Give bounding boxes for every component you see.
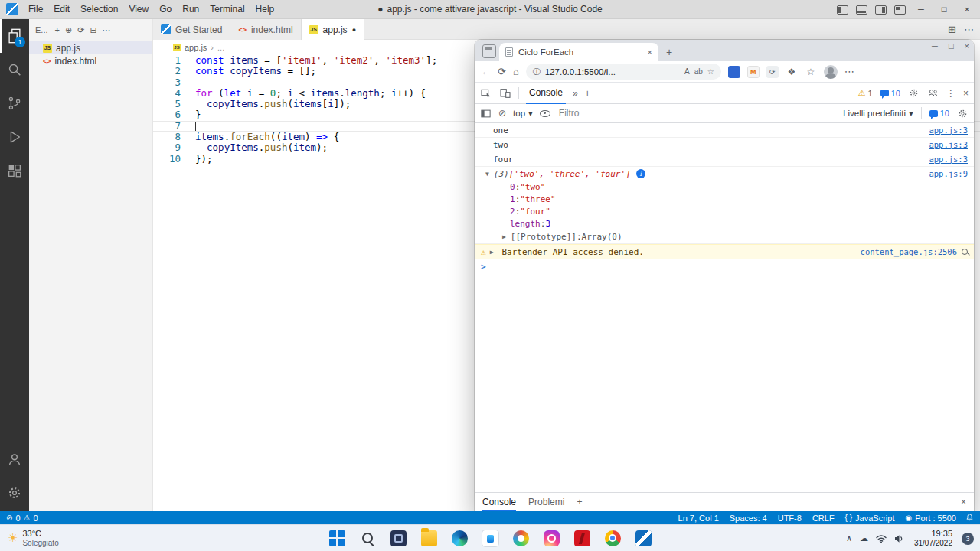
- status-indentation[interactable]: Spaces: 4: [730, 514, 767, 523]
- drawer-close-icon[interactable]: ×: [961, 497, 966, 507]
- extension-icon-blue[interactable]: [728, 66, 740, 78]
- taskbar-app-netflix[interactable]: [573, 527, 591, 549]
- magnifier-icon[interactable]: [962, 249, 968, 255]
- menu-help[interactable]: Help: [250, 0, 280, 18]
- editor-tab-index.html[interactable]: <>index.html: [230, 19, 301, 40]
- source-link[interactable]: app.js:3: [929, 126, 968, 135]
- sidebar-item-source-control[interactable]: [0, 86, 29, 120]
- devtools-settings-icon[interactable]: [908, 87, 920, 99]
- tab-actions-icon[interactable]: [482, 44, 496, 58]
- editor-more-icon[interactable]: ⋯: [964, 24, 974, 35]
- url-text[interactable]: 127.0.0.1:5500/i...: [545, 67, 680, 77]
- source-link[interactable]: app.js:3: [929, 155, 968, 164]
- tab-close-icon[interactable]: ×: [648, 47, 652, 57]
- status-eol[interactable]: CRLF: [812, 514, 835, 523]
- menu-edit[interactable]: Edit: [48, 0, 75, 18]
- collapse-all-icon[interactable]: ⊟: [90, 24, 96, 35]
- taskbar-app-chrome[interactable]: [603, 527, 622, 549]
- new-folder-icon[interactable]: ⊕: [65, 24, 72, 35]
- taskbar-app-windows-start[interactable]: [328, 527, 346, 549]
- clear-console-icon[interactable]: ⊘: [498, 108, 506, 119]
- notifications-bell-icon[interactable]: [965, 513, 974, 523]
- weather-widget[interactable]: ☀ 33°C Soleggiato: [0, 529, 130, 547]
- extension-icon-m[interactable]: M: [747, 66, 760, 78]
- problems-errors[interactable]: ⊘ 0 ⚠ 0: [6, 514, 38, 523]
- read-aloud-icon[interactable]: A: [684, 67, 690, 76]
- split-editor-icon[interactable]: ⊞: [948, 24, 956, 35]
- context-selector[interactable]: top ▾: [513, 108, 533, 119]
- taskbar-clock[interactable]: 19:35 31/07/2022: [914, 529, 952, 548]
- customize-layout-icon[interactable]: [894, 5, 906, 15]
- breadcrumb-symbol[interactable]: ...: [217, 43, 224, 52]
- home-icon[interactable]: ⌂: [513, 66, 519, 77]
- file-item-app.js[interactable]: JSapp.js: [29, 41, 152, 54]
- tab-console[interactable]: Console: [526, 83, 566, 104]
- messages-badge[interactable]: 10: [929, 109, 949, 118]
- sidebar-item-extensions[interactable]: [0, 154, 29, 187]
- taskbar-app-edge[interactable]: [450, 527, 469, 549]
- status-cursor-position[interactable]: Ln 7, Col 1: [678, 514, 719, 523]
- add-favorite-icon[interactable]: ☆: [707, 67, 714, 76]
- profile-avatar[interactable]: [824, 65, 838, 79]
- new-tab-button[interactable]: +: [666, 46, 672, 58]
- taskbar-app-photos[interactable]: [511, 527, 530, 549]
- menu-file[interactable]: File: [23, 0, 48, 18]
- source-link[interactable]: app.js:9: [929, 169, 968, 178]
- new-file-icon[interactable]: +: [55, 24, 60, 35]
- status-encoding[interactable]: UTF-8: [778, 514, 802, 523]
- explorer-more-icon[interactable]: ⋯: [103, 24, 111, 35]
- breadcrumb-file[interactable]: app.js: [185, 43, 207, 52]
- filter-input[interactable]: [557, 107, 643, 119]
- drawer-tab-problemi[interactable]: Problemi: [528, 493, 564, 512]
- sidebar-item-search[interactable]: [0, 53, 29, 86]
- extension-icon-sync[interactable]: ⟳: [766, 66, 779, 78]
- layout-sidebar-toggle-icon[interactable]: [837, 5, 848, 15]
- taskbar-app-store[interactable]: [481, 527, 499, 549]
- caret-collapsed-icon[interactable]: ▶: [502, 233, 506, 240]
- menu-view[interactable]: View: [123, 0, 154, 18]
- browser-more-icon[interactable]: ⋯: [844, 66, 854, 77]
- inspect-element-icon[interactable]: [480, 87, 492, 99]
- device-toolbar-icon[interactable]: [499, 87, 511, 99]
- menu-selection[interactable]: Selection: [75, 0, 123, 18]
- site-info-icon[interactable]: ⓘ: [533, 67, 541, 77]
- minimize-button[interactable]: ─: [910, 0, 933, 19]
- browser-close-button[interactable]: ×: [965, 41, 969, 51]
- volume-icon[interactable]: [894, 534, 903, 543]
- extensions-puzzle-icon[interactable]: ❖: [786, 66, 798, 78]
- taskbar-app-task-view[interactable]: [389, 527, 407, 549]
- taskbar-app-search[interactable]: [358, 527, 377, 549]
- source-link[interactable]: content_page.js:2506: [861, 247, 957, 256]
- maximize-button[interactable]: □: [933, 0, 956, 19]
- refresh-icon[interactable]: ⟳: [498, 66, 506, 77]
- devtools-more-icon[interactable]: ⋮: [946, 88, 956, 99]
- caret-collapsed-icon[interactable]: ▶: [490, 249, 494, 256]
- add-panel-icon[interactable]: +: [585, 88, 590, 99]
- sidebar-item-explorer[interactable]: 1: [0, 19, 29, 53]
- warnings-badge[interactable]: ⚠ 1: [858, 88, 873, 98]
- layout-secondary-sidebar-toggle-icon[interactable]: [875, 5, 887, 15]
- settings-button[interactable]: [0, 476, 29, 510]
- notification-count-badge[interactable]: 3: [962, 533, 974, 545]
- accounts-button[interactable]: [0, 442, 29, 476]
- tray-chevron-up-icon[interactable]: ∧: [846, 533, 852, 543]
- sidebar-item-run-debug[interactable]: [0, 120, 29, 154]
- editor-tab-app.js[interactable]: JSapp.js●: [302, 19, 364, 40]
- menu-terminal[interactable]: Terminal: [204, 0, 250, 18]
- refresh-explorer-icon[interactable]: ⟳: [77, 24, 84, 35]
- live-expression-eye-icon[interactable]: [540, 110, 550, 117]
- drawer-add-icon[interactable]: +: [577, 497, 582, 507]
- browser-tab[interactable]: Ciclo ForEach ×: [499, 43, 658, 61]
- console-settings-icon[interactable]: [957, 108, 969, 119]
- caret-expanded-icon[interactable]: ▼: [485, 171, 489, 178]
- console-prompt[interactable]: >: [475, 259, 974, 273]
- editor-tab-get-started[interactable]: Get Started: [153, 19, 230, 40]
- file-item-index.html[interactable]: <>index.html: [29, 54, 152, 67]
- browser-minimize-button[interactable]: ─: [932, 41, 938, 51]
- source-link[interactable]: app.js:3: [929, 140, 968, 149]
- wifi-icon[interactable]: [876, 534, 887, 543]
- browser-maximize-button[interactable]: □: [949, 41, 954, 51]
- status-live-server-port[interactable]: ◉Port : 5500: [905, 514, 956, 523]
- favorites-hub-icon[interactable]: ☆: [805, 66, 817, 78]
- console-sidebar-icon[interactable]: [480, 108, 492, 119]
